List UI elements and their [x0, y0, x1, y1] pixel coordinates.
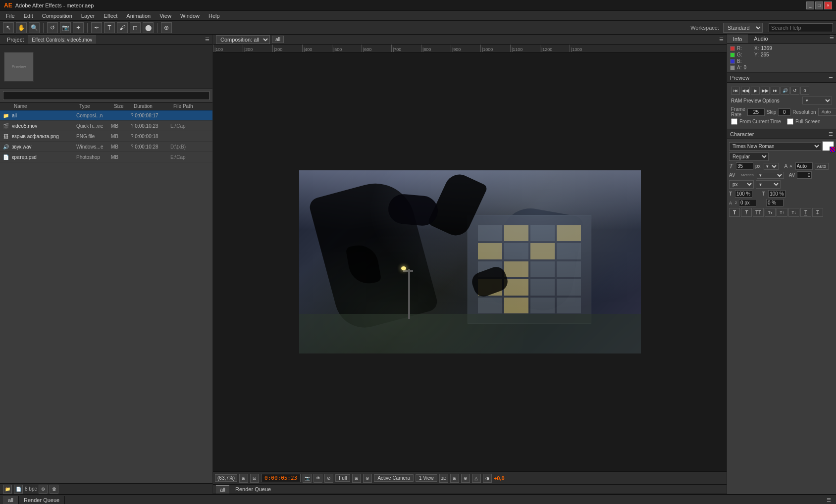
skip-input[interactable]	[778, 108, 790, 116]
puppet-tool[interactable]: ⊕	[161, 22, 172, 33]
baseline-pct-input[interactable]	[766, 199, 784, 206]
full-screen-checkbox[interactable]	[787, 118, 793, 125]
comp-dropdown[interactable]: Composition: all	[216, 35, 270, 44]
menu-view[interactable]: View	[156, 12, 175, 20]
new-folder-icon[interactable]: 📁	[3, 485, 12, 494]
tab-all[interactable]: all	[216, 485, 229, 494]
loop-button[interactable]: ↺	[790, 87, 799, 95]
fmt-bold-button[interactable]: T	[729, 208, 740, 217]
tab-audio[interactable]: Audio	[748, 35, 774, 43]
fmt-sub-button[interactable]: T↓	[788, 208, 799, 217]
pan-tool[interactable]: ✦	[73, 22, 84, 33]
menu-file[interactable]: File	[2, 12, 19, 20]
toggle-transparency-icon[interactable]: ⊡	[250, 474, 259, 483]
menu-animation[interactable]: Animation	[122, 12, 155, 20]
guide-icon[interactable]: ⊕	[461, 474, 470, 483]
fmt-underline-button[interactable]: T	[800, 208, 811, 217]
unit-dropdown[interactable]: px %	[729, 180, 754, 189]
panel-menu-icon[interactable]: ☰	[205, 37, 209, 42]
info-menu-icon[interactable]: ☰	[830, 35, 836, 43]
show-channel-icon[interactable]: ⊙	[324, 474, 333, 483]
overlay-icon[interactable]: △	[472, 474, 481, 483]
camera-tool[interactable]: 📷	[60, 22, 71, 33]
tab-render-queue[interactable]: Render Queue	[231, 485, 275, 493]
zoom-tool[interactable]: 🔍	[29, 22, 40, 33]
motion-blur-icon[interactable]: ◑	[483, 474, 492, 483]
show-snapshot-icon[interactable]: 👁	[314, 474, 322, 483]
tl-tab-render[interactable]: Render Queue	[19, 496, 65, 504]
baseline-input[interactable]	[739, 199, 756, 206]
font-size-unit-dropdown[interactable]: ▾	[764, 163, 779, 170]
font-style-dropdown[interactable]: Regular Bold Italic Bold Italic	[729, 152, 769, 161]
hand-tool[interactable]: ✋	[16, 22, 27, 33]
eraser-tool[interactable]: ◻	[130, 22, 141, 33]
font-size-input[interactable]	[736, 162, 753, 170]
rotate-tool[interactable]: ↺	[47, 22, 58, 33]
pixel-aspect-icon[interactable]: ⊞	[239, 474, 248, 483]
audio-button[interactable]: 🔊	[781, 87, 789, 95]
tab-effect-controls[interactable]: Effect Controls: video5.mov	[28, 36, 96, 44]
horiz-scale-input[interactable]	[735, 190, 752, 198]
fmt-super-button[interactable]: T↑	[777, 208, 787, 217]
new-item-icon[interactable]: 📄	[14, 485, 23, 494]
delete-item-icon[interactable]: 🗑	[50, 485, 58, 494]
stamp-tool[interactable]: ⬤	[143, 22, 154, 33]
character-menu-icon[interactable]: ☰	[829, 131, 833, 137]
file-row-krater[interactable]: 📄 кратер.psd Photoshop MB E:\Cap	[0, 152, 212, 162]
first-frame-button[interactable]: ⏮	[731, 87, 740, 95]
prev-frame-button[interactable]: ◀◀	[741, 87, 750, 95]
maximize-button[interactable]: □	[815, 1, 823, 9]
play-button[interactable]: ▶	[751, 87, 760, 95]
3d-view-icon[interactable]: 3D	[439, 474, 448, 483]
menu-effect[interactable]: Effect	[100, 12, 121, 20]
resolution-dropdown[interactable]: Auto Full Half Quarter	[818, 108, 836, 116]
workspace-dropdown[interactable]: Standard All Panels Animation	[723, 23, 763, 33]
file-row-video5[interactable]: 🎬 video5.mov QuickTi...vie MB ? 0:00:10:…	[0, 121, 212, 131]
pen-tool[interactable]: ✒	[91, 22, 102, 33]
leading-auto-button[interactable]: Auto	[815, 163, 829, 170]
preview-menu-icon[interactable]: ☰	[829, 75, 833, 80]
file-row-vzryv[interactable]: 🖼 взрыв асфальта.png PNG file MB ? 0:00:…	[0, 131, 212, 142]
comp-panel-menu[interactable]: ☰	[719, 37, 724, 42]
font-family-dropdown[interactable]: Times New Roman Arial Helvetica	[729, 142, 821, 151]
close-button[interactable]: ×	[824, 1, 832, 9]
last-frame-button[interactable]: ⏭	[771, 87, 780, 95]
search-input[interactable]	[769, 23, 833, 32]
file-row-zvuk[interactable]: 🔊 звук.wav Windows...e MB ? 0:00:10:28 D…	[0, 142, 212, 152]
comp-flowchart-icon[interactable]: ⊛	[363, 474, 372, 483]
frame-rate-input[interactable]	[747, 108, 765, 116]
unit-dropdown-2[interactable]: ▾	[756, 180, 781, 189]
tracking-input[interactable]	[797, 171, 812, 179]
snapshot-icon[interactable]: 📷	[303, 474, 312, 483]
text-color-box[interactable]	[822, 141, 834, 151]
text-tool[interactable]: T	[104, 22, 115, 33]
select-tool[interactable]: ↖	[3, 22, 14, 33]
stroke-color-box[interactable]	[830, 147, 836, 152]
grid-icon[interactable]: ⊞	[450, 474, 459, 483]
time-display[interactable]: 0:00:05:23	[261, 474, 301, 482]
comp-all-button[interactable]: all	[272, 36, 284, 43]
minimize-button[interactable]: _	[806, 1, 814, 9]
project-settings-icon[interactable]: ⚙	[39, 485, 48, 494]
next-frame-button[interactable]: ▶▶	[761, 87, 770, 95]
comp-viewport[interactable]	[213, 52, 727, 471]
brush-tool[interactable]: 🖌	[117, 22, 128, 33]
menu-edit[interactable]: Edit	[20, 12, 37, 20]
menu-layer[interactable]: Layer	[77, 12, 99, 20]
view-layout-dropdown[interactable]: 1 View	[416, 474, 437, 482]
file-row-all[interactable]: 📁 all Composi...n ? 0:00:08:17	[0, 110, 212, 121]
ram-preview-dropdown[interactable]: ▾	[802, 97, 832, 104]
fmt-italic-button[interactable]: T	[741, 208, 752, 217]
menu-window[interactable]: Window	[176, 12, 204, 20]
menu-help[interactable]: Help	[205, 12, 224, 20]
tab-project[interactable]: Project	[3, 36, 28, 44]
tab-info[interactable]: Info	[727, 35, 748, 43]
tl-tab-all[interactable]: all	[3, 496, 19, 504]
from-current-checkbox[interactable]	[731, 118, 737, 125]
zoom-display[interactable]: (63,7%)	[215, 474, 237, 482]
region-of-interest-icon[interactable]: ⊞	[352, 474, 361, 483]
active-camera-dropdown[interactable]: Active Camera	[374, 474, 414, 482]
fmt-smallcaps-button[interactable]: Tт	[765, 208, 776, 217]
menu-composition[interactable]: Composition	[38, 12, 76, 20]
vert-scale-input[interactable]	[768, 190, 785, 198]
